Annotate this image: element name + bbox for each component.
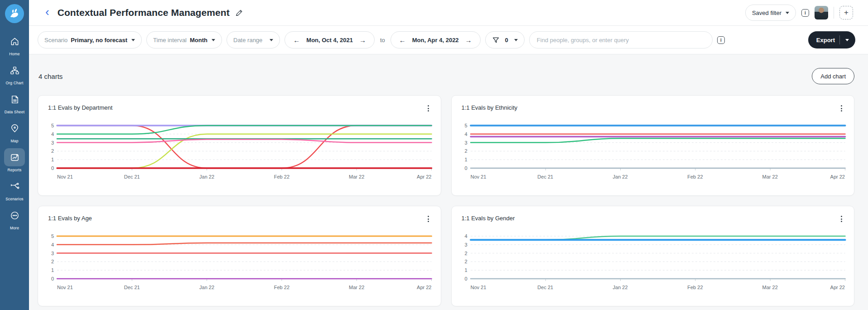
prev-date-arrow[interactable]: ←	[291, 36, 302, 44]
y-tick-label: 0	[464, 276, 467, 281]
kebab-menu-button[interactable]	[838, 214, 845, 224]
y-tick-label: 1	[51, 267, 54, 273]
filter-count-dropdown[interactable]: 0	[485, 31, 525, 48]
date-range-label: Date range	[233, 37, 262, 44]
search-box	[529, 31, 713, 48]
x-tick-label: Feb 22	[274, 174, 289, 179]
avatar[interactable]	[815, 6, 828, 19]
dashboard-content: 4 charts Add chart 1:1 Evals by Departme…	[29, 54, 868, 310]
chart-plot	[57, 124, 432, 171]
chevron-down-icon	[845, 39, 849, 41]
sidebar-item-org-chart[interactable]: Org Chart	[0, 61, 29, 85]
y-tick-label: 3	[464, 242, 467, 247]
line-chart: 543210 Nov 21Dec 21Jan 22Feb 22Mar 22Apr…	[45, 235, 432, 292]
y-tick-label: 4	[51, 242, 54, 247]
chevron-down-icon	[270, 39, 273, 41]
add-widget-button[interactable]: +	[839, 6, 853, 19]
export-button[interactable]: Export	[808, 31, 855, 48]
x-tick-label: Mar 22	[762, 285, 778, 290]
info-icon[interactable]: i	[801, 9, 809, 17]
next-date-arrow[interactable]: →	[357, 36, 368, 44]
header-right: Saved filter i +	[745, 5, 853, 21]
chart-plot	[471, 124, 845, 171]
chart-plot	[57, 235, 432, 282]
kebab-menu-button[interactable]	[838, 103, 845, 113]
kebab-menu-button[interactable]	[425, 214, 432, 224]
y-tick-label: 5	[51, 123, 54, 128]
charthop-logo-icon[interactable]	[5, 4, 24, 23]
main-area: ‹ Contextual Performance Management Save…	[29, 0, 868, 310]
x-tick-label: Mar 22	[762, 174, 778, 179]
chart-title: 1:1 Evals by Age	[45, 214, 92, 222]
filter-count: 0	[505, 37, 508, 44]
sidebar-item-label: Data Sheet	[5, 110, 25, 114]
scenarios-icon	[4, 177, 25, 195]
sidebar-item-map[interactable]: Map	[0, 119, 29, 143]
sidebar-item-scenarios[interactable]: Scenarios	[0, 177, 29, 201]
date-to-value[interactable]: Mon, Apr 4, 2022	[412, 37, 459, 44]
prev-date-arrow[interactable]: ←	[397, 36, 408, 44]
date-from-picker: ← Mon, Oct 4, 2021 →	[285, 31, 375, 48]
scenario-value: Primary, no forecast	[71, 37, 127, 44]
green-line	[57, 126, 432, 134]
x-tick-label: Feb 22	[274, 285, 289, 290]
y-tick-label: 2	[464, 251, 467, 256]
y-axis-labels: 543210	[45, 124, 57, 171]
y-tick-label: 4	[464, 233, 467, 239]
add-chart-button[interactable]: Add chart	[812, 68, 854, 84]
app-window: Home Org Chart Data Sheet Map	[0, 0, 868, 310]
kebab-menu-button[interactable]	[425, 103, 432, 113]
line-chart: 543210 Nov 21Dec 21Jan 22Feb 22Mar 22Apr…	[459, 124, 845, 181]
chart-card: 1:1 Evals by Ethnicity 543210 Nov 21Dec …	[451, 95, 855, 196]
sidebar-nav: Home Org Chart Data Sheet Map	[0, 32, 29, 235]
x-tick-label: Apr 22	[830, 285, 845, 290]
x-tick-label: Apr 22	[417, 285, 431, 290]
y-tick-label: 1	[464, 157, 467, 162]
chart-count-label: 4 charts	[39, 73, 63, 80]
time-interval-dropdown[interactable]: Time interval Month	[146, 31, 222, 48]
x-tick-label: Apr 22	[417, 174, 431, 179]
x-axis-labels: Nov 21Dec 21Jan 22Feb 22Mar 22Apr 22	[471, 285, 845, 292]
reports-icon	[4, 148, 25, 166]
next-date-arrow[interactable]: →	[463, 36, 474, 44]
page-header: ‹ Contextual Performance Management Save…	[29, 0, 868, 26]
sidebar-item-home[interactable]: Home	[0, 32, 29, 56]
y-tick-label: 4	[464, 131, 467, 137]
x-tick-label: Dec 21	[537, 174, 553, 179]
sidebar-item-reports[interactable]: Reports	[0, 148, 29, 172]
sidebar-item-more[interactable]: More	[0, 206, 29, 230]
sidebar-item-label: Org Chart	[5, 81, 23, 85]
chart-card: 1:1 Evals by Department 543210 Nov 21Dec…	[38, 95, 441, 196]
x-tick-label: Jan 22	[613, 174, 628, 179]
filter-bar: Scenario Primary, no forecast Time inter…	[29, 26, 868, 54]
scenario-dropdown[interactable]: Scenario Primary, no forecast	[38, 31, 142, 48]
line-chart: 432210 Nov 21Dec 21Jan 22Feb 22Mar 22Apr…	[459, 235, 845, 292]
search-input[interactable]	[537, 37, 705, 44]
line-chart: 543210 Nov 21Dec 21Jan 22Feb 22Mar 22Apr…	[45, 124, 432, 181]
x-tick-label: Dec 21	[537, 285, 553, 290]
sidebar-item-label: Map	[10, 139, 18, 143]
divider	[839, 35, 840, 44]
sidebar-item-data-sheet[interactable]: Data Sheet	[0, 90, 29, 114]
y-tick-label: 5	[51, 233, 54, 239]
x-tick-label: Feb 22	[687, 174, 703, 179]
date-range-dropdown[interactable]: Date range	[227, 31, 280, 48]
chart-card: 1:1 Evals by Age 543210 Nov 21Dec 21Jan …	[38, 206, 441, 306]
sidebar-item-label: Scenarios	[5, 197, 24, 201]
more-icon	[4, 206, 25, 224]
x-axis-labels: Nov 21Dec 21Jan 22Feb 22Mar 22Apr 22	[57, 285, 432, 292]
y-tick-label: 0	[51, 276, 54, 281]
back-button[interactable]: ‹	[45, 7, 49, 16]
chevron-down-icon	[514, 39, 518, 41]
x-tick-label: Nov 21	[471, 174, 487, 179]
query-info-icon[interactable]: i	[717, 36, 725, 44]
page-title: Contextual Performance Management	[58, 7, 230, 18]
x-tick-label: Nov 21	[57, 174, 73, 179]
y-axis-labels: 432210	[459, 235, 471, 282]
rabbit-icon	[8, 7, 21, 20]
date-from-value[interactable]: Mon, Oct 4, 2021	[306, 37, 353, 44]
saved-filter-dropdown[interactable]: Saved filter	[745, 5, 796, 21]
chart-title: 1:1 Evals by Department	[45, 103, 112, 111]
edit-title-button[interactable]	[235, 9, 243, 17]
chevron-down-icon	[786, 12, 789, 14]
